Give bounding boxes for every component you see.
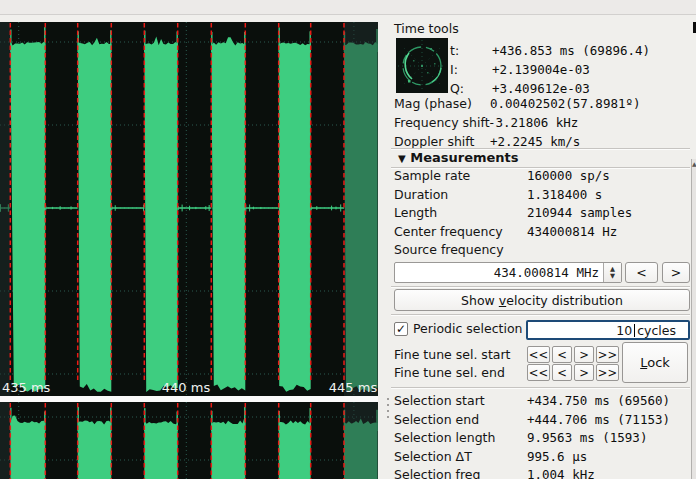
sample-rate-label: Sample rate [394,168,470,183]
splitter-grip-icon[interactable] [387,398,389,422]
frequency-next-button[interactable]: > [662,262,690,283]
measurements-header[interactable]: ▼ Measurements [398,150,519,165]
fine-tune-end-big-forward-button[interactable]: >> [596,364,619,381]
selection-freq-value: 1.004 kHz [527,467,595,479]
selection-delta-t-value: 995.6 µs [527,449,587,464]
doppler-shift-label: Doppler shift [394,134,474,149]
selection-start-value: +434.750 ms (69560) [527,393,670,408]
fine-tune-end-label: Fine tune sel. end [394,365,505,380]
frequency-spinbox[interactable]: 434.000814 MHz ▲ ▼ [394,262,622,283]
check-icon: ✓ [396,323,406,335]
frequency-spinbox-value[interactable]: 434.000814 MHz [494,265,599,280]
duration-value: 1.318400 s [527,187,602,202]
spin-down-icon[interactable]: ▼ [610,273,615,280]
pane-splitter[interactable] [378,16,391,479]
lock-button[interactable]: Lock [622,342,688,383]
i-value: +2.139004e-03 [492,62,590,77]
selection-end-label: Selection end [394,412,479,427]
mag-phase-label: Mag (phase) [394,96,472,111]
selection-length-label: Selection length [394,430,495,445]
section-divider [391,286,690,287]
analysis-panel: Time tools t: +436.853 ms (69896.4) I: +… [391,16,696,479]
selection-delta-t-label: Selection ΔT [394,449,472,464]
length-label: Length [394,205,437,220]
periodic-selection-checkbox[interactable]: ✓ [394,322,408,336]
frequency-prev-button[interactable]: < [625,262,658,283]
section-divider [391,148,690,149]
text-caret [634,324,635,337]
periodic-selection-label: Periodic selection [413,321,522,336]
mag-phase-value: 0.00402502(57.8981º) [490,96,641,111]
sample-rate-value: 160000 sp/s [527,168,610,183]
section-divider [391,387,690,388]
selection-length-value: 9.9563 ms (1593) [527,430,647,445]
waveform-pane: 435 ms440 ms445 ms [0,16,378,479]
top-toolbar-strip [0,0,696,15]
frequency-shift-label: Frequency shift [394,115,490,130]
time-tools-title: Time tools [394,21,459,36]
selection-freq-label: Selection freq [394,467,480,479]
fine-tune-start-forward-button[interactable]: > [574,346,594,363]
cycles-value: 10 [616,323,632,338]
waveform-plot-bottom[interactable] [0,402,378,479]
center-frequency-label: Center frequency [394,224,503,239]
spinbox-arrows[interactable]: ▲ ▼ [603,263,621,282]
q-value: +3.409612e-03 [492,81,590,96]
center-frequency-value: 434000814 Hz [527,224,617,239]
cycles-input[interactable]: 10cycles [526,320,690,340]
collapse-icon[interactable]: ▼ [398,153,406,164]
scroll-up-icon[interactable]: ▲ [692,160,696,167]
doppler-shift-value: +2.2245 km/s [490,134,580,149]
section-divider [391,314,690,315]
selection-end-value: +444.706 ms (71153) [527,412,670,427]
app-window: 435 ms440 ms445 ms Time tools t: +436.85… [0,0,696,479]
i-label: I: [450,62,458,77]
fine-tune-end-back-button[interactable]: < [552,364,572,381]
cycles-suffix: cycles [637,323,676,338]
show-velocity-distribution-button[interactable]: Show velocity distribution [394,289,690,311]
fine-tune-start-back-button[interactable]: < [552,346,572,363]
duration-label: Duration [394,187,448,202]
selection-start-label: Selection start [394,393,485,408]
frequency-shift-value: -3.21806 kHz [488,115,578,130]
t-label: t: [450,43,459,58]
fine-tune-end-big-back-button[interactable]: << [527,364,550,381]
length-value: 210944 samples [527,205,632,220]
panel-scrollbar[interactable]: ▲ [691,159,696,479]
source-frequency-label: Source frequency [394,242,504,257]
fine-tune-start-big-back-button[interactable]: << [527,346,550,363]
fine-tune-end-forward-button[interactable]: > [574,364,594,381]
t-value: +436.853 ms (69896.4) [492,43,650,58]
q-label: Q: [450,81,464,96]
iq-constellation-display [396,38,448,93]
fine-tune-start-label: Fine tune sel. start [394,347,511,362]
fine-tune-start-big-forward-button[interactable]: >> [596,346,619,363]
waveform-plot-top[interactable] [0,22,378,396]
